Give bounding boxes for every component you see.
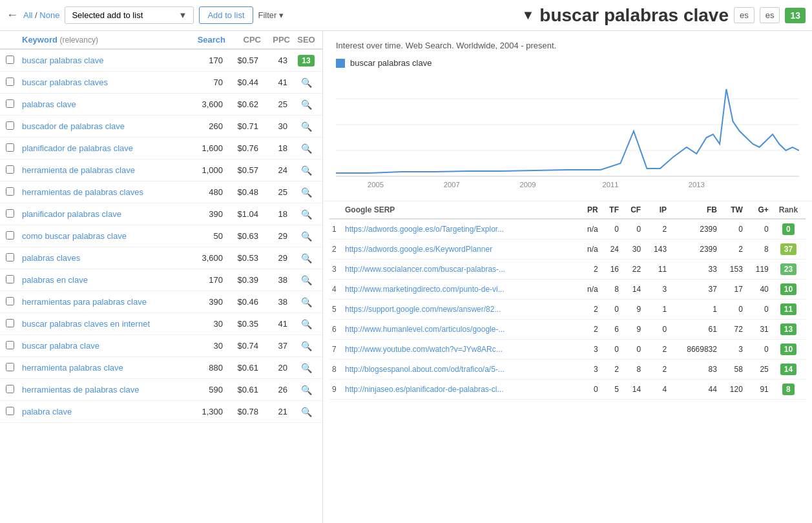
row-checkbox[interactable] bbox=[6, 385, 14, 393]
keyword-cell[interactable]: herramientas de palabras claves bbox=[19, 187, 183, 197]
serp-num: 2 bbox=[329, 240, 342, 260]
keyword-cell[interactable]: herramientas de palabras clave bbox=[19, 385, 183, 395]
row-checkbox[interactable] bbox=[6, 231, 14, 240]
row-checkbox[interactable] bbox=[6, 297, 14, 305]
search-icon[interactable]: 🔍 bbox=[301, 187, 312, 198]
keyword-cell[interactable]: buscar palabras clave bbox=[19, 56, 183, 65]
keyword-cell[interactable]: herramientas para palabras clave bbox=[19, 297, 183, 307]
row-checkbox[interactable] bbox=[6, 253, 14, 262]
serp-rank: 37 bbox=[771, 240, 806, 260]
all-label[interactable]: All bbox=[23, 10, 32, 20]
rank-badge: 13 bbox=[780, 323, 796, 335]
serp-cf: 9 bbox=[621, 320, 643, 340]
cpc-cell: $0.46 bbox=[225, 297, 261, 307]
row-checkbox[interactable] bbox=[6, 99, 14, 108]
none-label[interactable]: None bbox=[39, 10, 59, 20]
row-checkbox[interactable] bbox=[6, 407, 14, 415]
keyword-cell[interactable]: palabras clave bbox=[19, 99, 183, 109]
serp-pr: 2 bbox=[578, 260, 601, 280]
search-icon[interactable]: 🔍 bbox=[301, 99, 312, 110]
keyword-cell[interactable]: buscar palabra clave bbox=[19, 341, 183, 351]
search-icon[interactable]: 🔍 bbox=[301, 319, 312, 329]
search-icon[interactable]: 🔍 bbox=[301, 121, 312, 132]
search-icon[interactable]: 🔍 bbox=[301, 231, 312, 241]
serp-col-ip-header: IP bbox=[643, 201, 669, 219]
search-icon[interactable]: 🔍 bbox=[301, 77, 312, 88]
search-icon[interactable]: 🔍 bbox=[301, 341, 312, 351]
serp-ip: 2 bbox=[643, 340, 669, 360]
row-checkbox[interactable] bbox=[6, 121, 14, 130]
search-icon[interactable]: 🔍 bbox=[301, 275, 312, 285]
serp-col-tf-header: TF bbox=[601, 201, 621, 219]
serp-url[interactable]: https://adwords.google.es/KeywordPlanner bbox=[342, 240, 578, 260]
search-icon[interactable]: 🔍 bbox=[301, 407, 312, 417]
serp-tf: 0 bbox=[601, 300, 621, 320]
serp-pr: 3 bbox=[578, 360, 601, 380]
search-icon[interactable]: 🔍 bbox=[301, 385, 312, 395]
serp-url[interactable]: http://www.socialancer.com/buscar-palabr… bbox=[342, 260, 578, 280]
serp-url[interactable]: http://www.youtube.com/watch?v=JYw8ARc..… bbox=[342, 340, 578, 360]
search-icon[interactable]: 🔍 bbox=[301, 209, 312, 220]
search-icon[interactable]: 🔍 bbox=[301, 297, 312, 307]
cpc-cell: $0.71 bbox=[225, 121, 261, 131]
row-checkbox[interactable] bbox=[6, 143, 14, 152]
row-checkbox[interactable] bbox=[6, 77, 14, 86]
serp-gplus: 0 bbox=[745, 219, 771, 240]
serp-rank: 0 bbox=[771, 219, 806, 240]
serp-url[interactable]: https://support.google.com/news/answer/8… bbox=[342, 300, 578, 320]
row-checkbox[interactable] bbox=[6, 165, 14, 174]
keyword-cell[interactable]: planificador de palabras clave bbox=[19, 143, 183, 153]
serp-cf: 0 bbox=[621, 340, 643, 360]
serp-tf: 2 bbox=[601, 360, 621, 380]
all-none-toggle[interactable]: All / None bbox=[23, 10, 59, 20]
back-arrow-icon[interactable]: ← bbox=[6, 8, 18, 22]
ppc-cell: 38 bbox=[261, 275, 290, 285]
serp-url[interactable]: http://www.marketingdirecto.com/punto-de… bbox=[342, 280, 578, 300]
row-checkbox[interactable] bbox=[6, 363, 14, 371]
rank-badge: 11 bbox=[780, 303, 796, 315]
search-icon[interactable]: 🔍 bbox=[301, 363, 312, 373]
serp-rank: 13 bbox=[771, 320, 806, 340]
filter-arrow-icon: ▾ bbox=[279, 10, 284, 20]
keyword-cell[interactable]: buscar palabras claves en internet bbox=[19, 319, 183, 329]
row-checkbox[interactable] bbox=[6, 56, 14, 64]
serp-gplus: 0 bbox=[745, 340, 771, 360]
row-checkbox[interactable] bbox=[6, 319, 14, 327]
row-checkbox[interactable] bbox=[6, 209, 14, 218]
search-icon[interactable]: 🔍 bbox=[301, 253, 312, 263]
serp-num: 4 bbox=[329, 280, 342, 300]
lang1-button[interactable]: es bbox=[734, 7, 755, 23]
selected-dropdown[interactable]: Selected add to list ▼ bbox=[65, 6, 194, 24]
row-checkbox[interactable] bbox=[6, 187, 14, 196]
keyword-cell[interactable]: buscar palabras claves bbox=[19, 77, 183, 87]
header-dropdown-arrow-icon[interactable]: ▼ bbox=[522, 8, 535, 23]
search-icon[interactable]: 🔍 bbox=[301, 165, 312, 176]
ppc-cell: 29 bbox=[261, 231, 290, 241]
serp-row: 6 http://www.humanlevel.com/articulos/go… bbox=[329, 320, 806, 340]
table-row: buscar palabras claves 70 $0.44 41 🔍 bbox=[0, 72, 322, 94]
serp-url[interactable]: http://blogsespanol.about.com/od/trafico… bbox=[342, 360, 578, 380]
serp-cf: 9 bbox=[621, 300, 643, 320]
keyword-cell[interactable]: como buscar palabras clave bbox=[19, 231, 183, 241]
serp-num: 7 bbox=[329, 340, 342, 360]
serp-url[interactable]: http://ninjaseo.es/planificador-de-palab… bbox=[342, 380, 578, 400]
search-icon[interactable]: 🔍 bbox=[301, 143, 312, 154]
keyword-cell[interactable]: palabras claves bbox=[19, 253, 183, 263]
serp-url[interactable]: https://adwords.google.es/o/Targeting/Ex… bbox=[342, 219, 578, 240]
search-volume-cell: 480 bbox=[183, 187, 225, 197]
keyword-cell[interactable]: palabra clave bbox=[19, 407, 183, 416]
row-checkbox[interactable] bbox=[6, 275, 14, 283]
keyword-cell[interactable]: herramienta de palabras clave bbox=[19, 165, 183, 175]
filter-button[interactable]: Filter ▾ bbox=[258, 10, 284, 20]
serp-tw: 153 bbox=[720, 260, 745, 280]
row-checkbox[interactable] bbox=[6, 341, 14, 349]
serp-cf: 8 bbox=[621, 360, 643, 380]
lang2-button[interactable]: es bbox=[760, 7, 780, 23]
add-to-list-button[interactable]: Add to list bbox=[199, 6, 253, 24]
keyword-cell[interactable]: herramienta palabras clave bbox=[19, 363, 183, 373]
keyword-cell[interactable]: buscador de palabras clave bbox=[19, 121, 183, 131]
serp-url[interactable]: http://www.humanlevel.com/articulos/goog… bbox=[342, 320, 578, 340]
keyword-cell[interactable]: palabras en clave bbox=[19, 275, 183, 285]
keyword-cell[interactable]: planificador palabras clave bbox=[19, 209, 183, 219]
search-volume-cell: 590 bbox=[183, 385, 225, 395]
